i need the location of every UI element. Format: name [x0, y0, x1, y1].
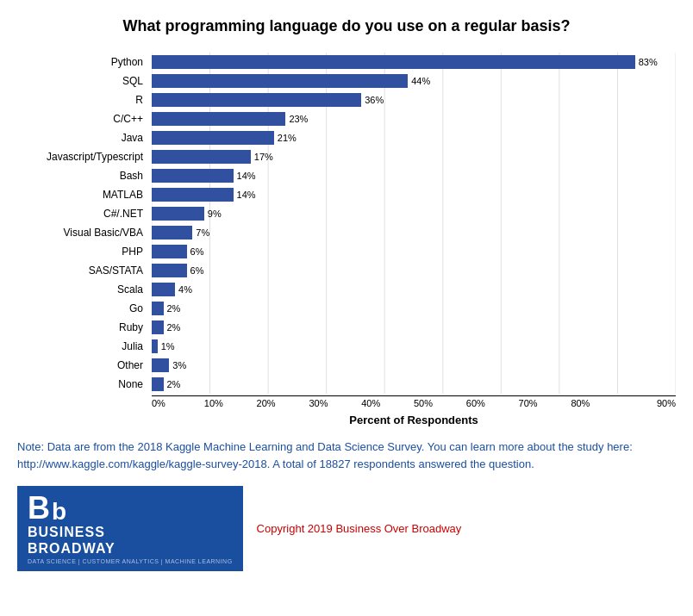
bar-row: 21% — [152, 128, 676, 147]
y-label: Javascript/Typescript — [26, 147, 147, 166]
logo-b-large: B — [28, 493, 50, 524]
bar — [152, 112, 285, 126]
bar — [152, 320, 164, 334]
copyright: Copyright 2019 Business Over Broadway — [257, 522, 462, 535]
x-tick: 60% — [466, 398, 519, 408]
y-label: Python — [26, 53, 147, 72]
x-axis-label: Percent of Respondents — [152, 414, 676, 426]
bar-row: 2% — [152, 318, 676, 337]
bar-row: 6% — [152, 242, 676, 261]
y-label: Other — [26, 356, 147, 375]
y-label: Visual Basic/VBA — [26, 223, 147, 242]
logo-bb: B b — [28, 493, 233, 524]
bar — [152, 358, 169, 372]
x-tick: 20% — [257, 398, 309, 408]
bar — [152, 339, 158, 353]
bar — [152, 169, 234, 183]
chart-title: What programming language do you use on … — [17, 17, 676, 35]
bar-value-label: 23% — [289, 114, 308, 124]
bar-value-label: 44% — [411, 76, 430, 86]
bar — [152, 377, 164, 391]
bar-value-label: 2% — [167, 322, 181, 333]
bar — [152, 283, 175, 296]
y-label: C#/.NET — [26, 204, 147, 223]
logo-box: B b BUSINESS BROADWAY DATA SCIENCE | CUS… — [17, 486, 243, 571]
y-label: SAS/STATA — [26, 261, 147, 280]
footer: B b BUSINESS BROADWAY DATA SCIENCE | CUS… — [17, 486, 676, 571]
logo-line1: BUSINESS — [28, 524, 233, 540]
y-label: MATLAB — [26, 185, 147, 204]
bar — [152, 264, 187, 277]
bar-value-label: 2% — [167, 303, 181, 314]
bar-row: 2% — [152, 375, 676, 394]
y-label: Scala — [26, 280, 147, 299]
bar — [152, 245, 187, 258]
y-label: PHP — [26, 242, 147, 261]
bar — [152, 93, 361, 107]
bar-value-label: 3% — [172, 360, 186, 370]
x-tick: 10% — [204, 398, 257, 408]
x-tick: 30% — [309, 398, 361, 408]
bars-area: 83%44%36%23%21%17%14%14%9%7%6%6%4%2%2%1%… — [152, 53, 676, 394]
bar-value-label: 14% — [237, 190, 256, 200]
bar-value-label: 36% — [365, 95, 384, 105]
x-ticks: 0%10%20%30%40%50%60%70%80%90% — [152, 398, 676, 408]
bar-row: 4% — [152, 280, 676, 299]
bar-row: 2% — [152, 299, 676, 318]
bar-value-label: 83% — [639, 57, 658, 67]
bar-row: 36% — [152, 90, 676, 109]
y-labels: PythonSQLRC/C++JavaJavascript/Typescript… — [26, 53, 147, 394]
bar-row: 3% — [152, 356, 676, 375]
bar-value-label: 17% — [254, 152, 273, 162]
bar-value-label: 6% — [190, 265, 204, 276]
bar-value-label: 4% — [178, 284, 192, 295]
x-tick: 40% — [361, 398, 414, 408]
bar-row: 1% — [152, 337, 676, 356]
bar-row: 14% — [152, 166, 676, 185]
logo-b-small: b — [52, 500, 66, 524]
bar-row: 9% — [152, 204, 676, 223]
bar-value-label: 14% — [237, 171, 256, 181]
bar — [152, 188, 234, 202]
y-label: SQL — [26, 72, 147, 90]
bar-value-label: 9% — [208, 208, 222, 219]
y-label: C/C++ — [26, 109, 147, 128]
bar-row: 6% — [152, 261, 676, 280]
x-tick: 50% — [414, 398, 466, 408]
bar — [152, 131, 274, 145]
bar-row: 44% — [152, 72, 676, 90]
note-section: Note: Data are from the 2018 Kaggle Mach… — [17, 439, 664, 472]
y-label: Bash — [26, 166, 147, 185]
y-label: Ruby — [26, 318, 147, 337]
x-axis-line — [152, 395, 676, 396]
y-label: Julia — [26, 337, 147, 356]
bar-value-label: 7% — [196, 227, 209, 238]
bar-row: 14% — [152, 185, 676, 204]
bar-value-label: 2% — [167, 379, 181, 389]
bar — [152, 226, 192, 240]
bar — [152, 207, 204, 221]
y-label: Go — [26, 299, 147, 318]
bar-row: 83% — [152, 53, 676, 72]
bar — [152, 74, 408, 88]
chart-container: PythonSQLRC/C++JavaJavascript/Typescript… — [26, 53, 676, 426]
bar-value-label: 21% — [278, 133, 297, 143]
bar-value-label: 6% — [190, 246, 204, 257]
bar-row: 7% — [152, 223, 676, 242]
bar — [152, 302, 164, 315]
bar — [152, 55, 635, 69]
x-tick: 0% — [152, 398, 204, 408]
y-label: R — [26, 90, 147, 109]
logo-line2: BROADWAY — [28, 540, 233, 557]
logo-sub: DATA SCIENCE | CUSTOMER ANALYTICS | MACH… — [28, 558, 233, 564]
chart-area: PythonSQLRC/C++JavaJavascript/Typescript… — [26, 53, 676, 394]
bar-value-label: 1% — [161, 341, 175, 352]
bar-row: 17% — [152, 147, 676, 166]
y-label: Java — [26, 128, 147, 147]
x-tick: 90% — [623, 398, 676, 408]
y-label: None — [26, 375, 147, 394]
bar — [152, 150, 251, 164]
x-tick: 70% — [519, 398, 571, 408]
x-tick: 80% — [571, 398, 623, 408]
x-axis-container: 0%10%20%30%40%50%60%70%80%90% Percent of… — [152, 394, 676, 426]
